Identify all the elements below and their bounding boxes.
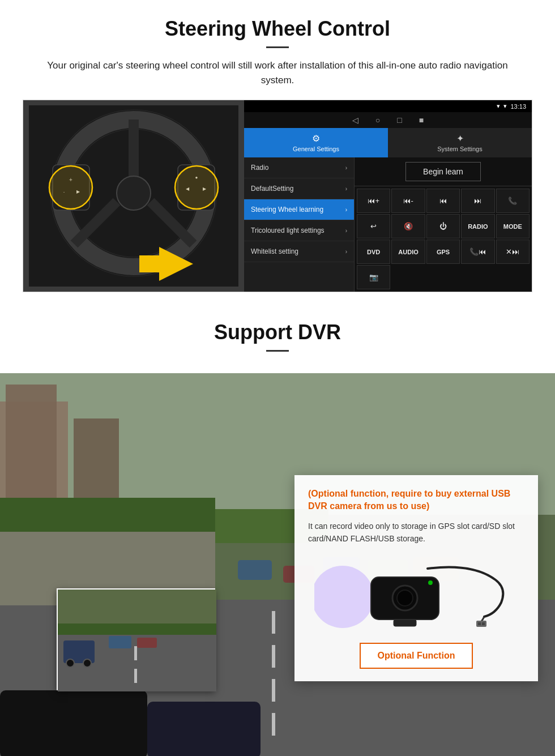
steering-title: Steering Wheel Control xyxy=(23,17,532,41)
menu-list: Radio › DefaultSetting › Steering Wheel … xyxy=(244,157,355,292)
svg-rect-53 xyxy=(478,622,481,625)
home-icon[interactable]: ○ xyxy=(375,116,380,125)
tab-system-settings[interactable]: ✦ System Settings xyxy=(388,128,532,157)
ctrl-audio[interactable]: AUDIO xyxy=(391,240,425,264)
tab-general-label: General Settings xyxy=(293,146,339,152)
steering-section: Steering Wheel Control Your original car… xyxy=(0,0,555,304)
svg-rect-54 xyxy=(482,622,485,625)
dvr-description: It can record video only to storage in G… xyxy=(308,520,524,545)
time-display: 13:13 xyxy=(510,103,526,110)
svg-rect-59 xyxy=(394,620,416,626)
dvr-device-area xyxy=(308,554,524,634)
dvr-device-svg xyxy=(314,557,518,631)
ctrl-mode[interactable]: MODE xyxy=(496,214,530,238)
menu-item-tricoloured[interactable]: Tricoloured light settings › xyxy=(244,220,354,241)
ctrl-power[interactable]: ⏻ xyxy=(426,214,460,238)
svg-point-57 xyxy=(397,590,413,606)
steering-demo-panel: + - ▶ ● ◀ ▶ ▾ ▾ 13 xyxy=(23,100,532,292)
menu-whitelist-label: Whitelist setting xyxy=(251,247,298,255)
back-icon[interactable]: ◁ xyxy=(352,116,358,125)
dvr-optional-text: (Optional function, require to buy exter… xyxy=(308,488,524,513)
menu-item-steering[interactable]: Steering Wheel learning › xyxy=(244,199,354,220)
svg-rect-23 xyxy=(6,385,57,515)
dvr-info-card: (Optional function, require to buy exter… xyxy=(294,475,538,681)
menu-item-default[interactable]: DefaultSetting › xyxy=(244,178,354,199)
title-divider xyxy=(266,46,289,48)
dvr-title-area: Support DVR xyxy=(0,304,555,373)
android-status-bar: ▾ ▾ 13:13 xyxy=(244,100,532,112)
begin-learn-button[interactable]: Begin learn xyxy=(405,162,481,181)
controls-panel: Begin learn ⏮+ ⏮- ⏮ ⏭ 📞 ↩ 🔇 ⏻ R xyxy=(355,157,532,292)
tab-system-label: System Settings xyxy=(437,146,482,152)
android-ui-panel: ▾ ▾ 13:13 ◁ ○ □ ■ ⚙ General Settings ✦ S… xyxy=(244,100,532,292)
thumb-scene xyxy=(58,590,216,691)
chevron-icon: › xyxy=(345,207,347,213)
svg-rect-19 xyxy=(139,255,162,272)
menu-steering-label: Steering Wheel learning xyxy=(251,206,323,213)
svg-rect-43 xyxy=(58,623,216,635)
svg-rect-52 xyxy=(476,621,486,627)
ctrl-gps[interactable]: GPS xyxy=(426,240,460,264)
ctrl-prev-track[interactable]: ⏮ xyxy=(426,189,460,213)
ctrl-extra[interactable]: 📷 xyxy=(357,265,390,289)
ctrl-vol-down[interactable]: ⏮- xyxy=(391,189,425,213)
svg-point-50 xyxy=(83,659,91,667)
ctrl-phone[interactable]: 📞 xyxy=(496,189,530,213)
chevron-icon: › xyxy=(345,228,347,234)
svg-point-49 xyxy=(66,659,74,667)
dvr-section: Support DVR xyxy=(0,304,555,756)
signal-icon: ▾ xyxy=(497,102,500,110)
wifi-icon: ▾ xyxy=(503,102,507,110)
svg-rect-31 xyxy=(272,713,275,736)
svg-rect-46 xyxy=(109,636,131,648)
svg-rect-39 xyxy=(0,690,147,756)
menu-default-label: DefaultSetting xyxy=(251,185,293,193)
ctrl-next-track[interactable]: ⏭ xyxy=(461,189,494,213)
svg-rect-40 xyxy=(147,702,261,756)
chevron-icon: › xyxy=(345,249,347,255)
menu-tricoloured-label: Tricoloured light settings xyxy=(251,227,325,234)
menu-item-radio[interactable]: Radio › xyxy=(244,157,354,178)
menu-icon[interactable]: ■ xyxy=(419,116,424,125)
steering-description: Your original car's steering wheel contr… xyxy=(34,58,521,87)
menu-controls: Radio › DefaultSetting › Steering Wheel … xyxy=(244,157,532,292)
recents-icon[interactable]: □ xyxy=(397,116,402,125)
ctrl-back[interactable]: ↩ xyxy=(357,214,390,238)
ctrl-mute-next[interactable]: ✕⏭ xyxy=(496,240,530,264)
ctrl-mute[interactable]: 🔇 xyxy=(391,214,425,238)
svg-point-51 xyxy=(314,566,374,628)
svg-point-7 xyxy=(117,176,151,210)
android-nav-bar: ◁ ○ □ ■ xyxy=(244,112,532,128)
dvr-divider xyxy=(266,350,289,352)
tab-general-settings[interactable]: ⚙ General Settings xyxy=(244,128,388,157)
controls-grid: ⏮+ ⏮- ⏮ ⏭ 📞 ↩ 🔇 ⏻ RADIO MODE DVD AUDIO xyxy=(355,186,532,292)
svg-rect-29 xyxy=(272,645,275,668)
svg-rect-44 xyxy=(134,646,137,660)
ctrl-radio[interactable]: RADIO xyxy=(461,214,494,238)
dvr-title: Support DVR xyxy=(23,321,532,344)
ctrl-vol-up[interactable]: ⏮+ xyxy=(357,189,390,213)
system-icon: ✦ xyxy=(456,133,464,144)
svg-rect-30 xyxy=(272,679,275,702)
svg-rect-28 xyxy=(272,611,275,634)
menu-item-whitelist[interactable]: Whitelist setting › xyxy=(244,241,354,262)
steering-photo: + - ▶ ● ◀ ▶ xyxy=(23,100,244,292)
svg-rect-32 xyxy=(238,560,272,580)
ctrl-phone-prev[interactable]: 📞⏮ xyxy=(461,240,494,264)
settings-tabs: ⚙ General Settings ✦ System Settings xyxy=(244,128,532,157)
svg-rect-47 xyxy=(137,638,157,648)
svg-point-12 xyxy=(49,166,92,209)
ctrl-dvd[interactable]: DVD xyxy=(357,240,390,264)
begin-learn-row: Begin learn xyxy=(355,157,532,186)
dvr-background: (Optional function, require to buy exter… xyxy=(0,373,555,756)
menu-radio-label: Radio xyxy=(251,164,268,172)
optional-function-button[interactable]: Optional Function xyxy=(360,643,473,669)
svg-rect-45 xyxy=(134,669,137,683)
chevron-icon: › xyxy=(345,165,347,171)
svg-point-17 xyxy=(175,166,218,209)
steering-wheel-svg: + - ▶ ● ◀ ▶ xyxy=(29,105,238,287)
dvr-thumbnail xyxy=(57,588,215,690)
gear-icon: ⚙ xyxy=(312,133,320,144)
svg-point-58 xyxy=(428,580,433,585)
chevron-icon: › xyxy=(345,186,347,192)
